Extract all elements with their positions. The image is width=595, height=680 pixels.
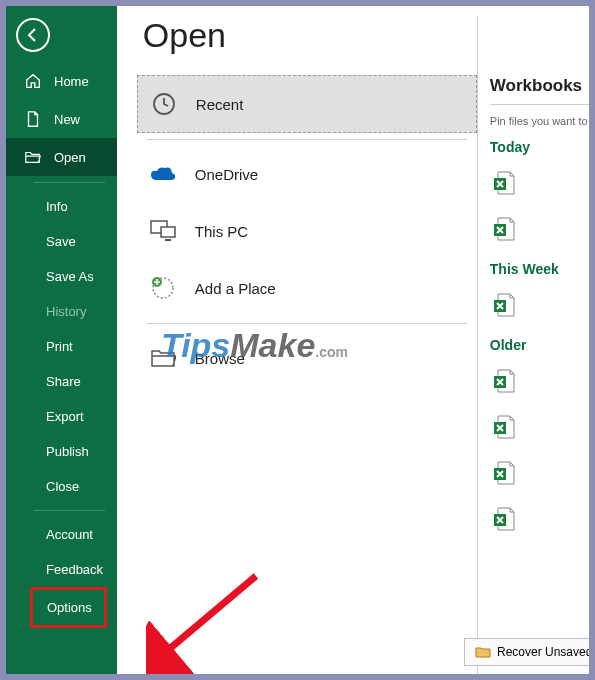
nav-home[interactable]: Home <box>6 62 117 100</box>
excel-file-icon <box>490 215 518 243</box>
workbooks-header: Workbooks <box>490 76 589 105</box>
group-thisweek: This Week <box>490 261 589 277</box>
svg-rect-3 <box>165 239 171 241</box>
pin-hint-text: Pin files you want to easily find later. <box>490 115 589 127</box>
nav-open-label: Open <box>54 150 86 165</box>
options-highlight-annotation: Options <box>30 587 107 628</box>
excel-file-icon <box>490 459 518 487</box>
location-thispc[interactable]: This PC <box>137 203 477 260</box>
recover-label: Recover Unsaved Workbooks <box>497 645 589 659</box>
nav-account[interactable]: Account <box>6 517 117 552</box>
location-divider <box>147 323 467 324</box>
file-item[interactable] <box>490 505 589 537</box>
nav-options[interactable]: Options <box>33 590 104 625</box>
file-item[interactable] <box>490 291 589 323</box>
nav-info[interactable]: Info <box>6 189 117 224</box>
excel-file-icon <box>490 505 518 533</box>
nav-new-label: New <box>54 112 80 127</box>
onedrive-icon <box>149 160 177 188</box>
new-icon <box>24 110 42 128</box>
nav-save-as[interactable]: Save As <box>6 259 117 294</box>
location-divider <box>147 139 467 140</box>
excel-file-icon <box>490 413 518 441</box>
location-list: Recent OneDrive This PC Add a Place <box>137 75 477 387</box>
thispc-icon <box>149 217 177 245</box>
nav-publish[interactable]: Publish <box>6 434 117 469</box>
nav-new[interactable]: New <box>6 100 117 138</box>
excel-file-icon <box>490 291 518 319</box>
excel-file-icon <box>490 169 518 197</box>
location-onedrive[interactable]: OneDrive <box>137 146 477 203</box>
page-title: Open <box>143 16 477 55</box>
file-item[interactable] <box>490 169 589 201</box>
svg-rect-2 <box>161 227 175 237</box>
location-onedrive-label: OneDrive <box>195 166 258 183</box>
group-today: Today <box>490 139 589 155</box>
nav-open[interactable]: Open <box>6 138 117 176</box>
file-item[interactable] <box>490 459 589 491</box>
location-recent-label: Recent <box>196 96 244 113</box>
recover-unsaved-button[interactable]: Recover Unsaved Workbooks <box>464 638 589 666</box>
backstage-sidebar: Home New Open Info Save Save As History … <box>6 6 117 674</box>
sidebar-divider <box>34 182 105 183</box>
nav-print[interactable]: Print <box>6 329 117 364</box>
group-older: Older <box>490 337 589 353</box>
back-arrow-icon <box>25 27 41 43</box>
nav-close[interactable]: Close <box>6 469 117 504</box>
location-addplace[interactable]: Add a Place <box>137 260 477 317</box>
browse-folder-icon <box>149 344 177 372</box>
file-item[interactable] <box>490 367 589 399</box>
excel-file-icon <box>490 367 518 395</box>
nav-export[interactable]: Export <box>6 399 117 434</box>
location-recent[interactable]: Recent <box>137 75 477 133</box>
nav-share[interactable]: Share <box>6 364 117 399</box>
location-browse[interactable]: Browse <box>137 330 477 387</box>
folder-icon <box>475 645 491 659</box>
nav-feedback[interactable]: Feedback <box>6 552 117 587</box>
nav-save[interactable]: Save <box>6 224 117 259</box>
nav-history[interactable]: History <box>6 294 117 329</box>
addplace-icon <box>149 274 177 302</box>
nav-home-label: Home <box>54 74 89 89</box>
main-panel: Open Recent OneDrive This PC Add a Pl <box>117 6 589 674</box>
workbooks-panel: Workbooks Pin files you want to easily f… <box>477 16 589 674</box>
open-folder-icon <box>24 148 42 166</box>
back-button[interactable] <box>16 18 50 52</box>
file-item[interactable] <box>490 413 589 445</box>
clock-icon <box>150 90 178 118</box>
location-addplace-label: Add a Place <box>195 280 276 297</box>
sidebar-divider <box>34 510 105 511</box>
location-browse-label: Browse <box>195 350 245 367</box>
file-item[interactable] <box>490 215 589 247</box>
home-icon <box>24 72 42 90</box>
location-thispc-label: This PC <box>195 223 248 240</box>
